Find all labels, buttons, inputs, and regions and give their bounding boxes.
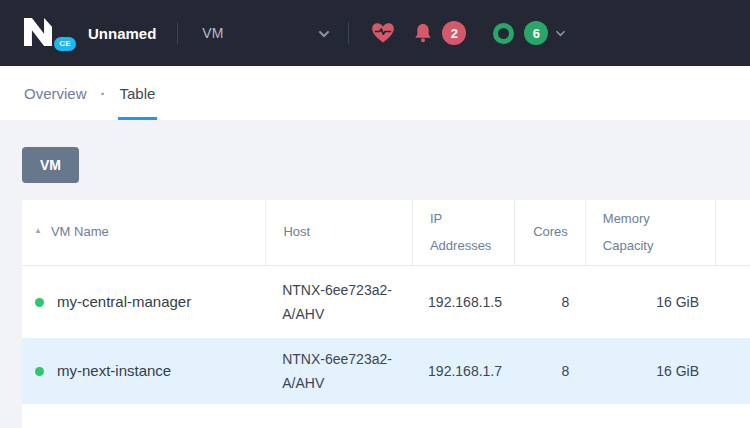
- tab-separator-dot: ·: [101, 66, 106, 120]
- vm-table-row[interactable]: my-central-manager NTNX-6ee723a2-A/AHV 1…: [22, 266, 750, 338]
- cluster-name: Unnamed: [88, 25, 156, 42]
- column-header-cores[interactable]: Cores: [515, 200, 586, 265]
- cores-cell: 8: [516, 359, 586, 384]
- cores-cell: 8: [516, 290, 586, 315]
- chevron-down-icon[interactable]: [555, 30, 566, 37]
- alerts-bell-icon[interactable]: [414, 23, 432, 43]
- sort-ascending-icon: ▲: [34, 223, 42, 239]
- health-heart-icon[interactable]: [371, 22, 395, 44]
- vm-name-text: my-central-manager: [57, 289, 191, 315]
- page-selector-label: VM: [202, 25, 223, 41]
- tasks-count-badge[interactable]: 6: [524, 21, 548, 45]
- column-label: IP Addresses: [430, 206, 497, 259]
- tab-table[interactable]: Table: [118, 66, 158, 120]
- power-on-status-dot: [35, 367, 44, 376]
- ip-address-cell: 192.168.1.5: [411, 290, 516, 315]
- vm-table: ▲ VM Name Host IP Addresses Cores Memory…: [22, 200, 750, 428]
- column-header-vm-name[interactable]: ▲ VM Name: [22, 200, 266, 265]
- column-label: Host: [283, 219, 310, 246]
- column-header-host[interactable]: Host: [266, 200, 413, 265]
- page-selector-dropdown[interactable]: VM: [202, 24, 330, 42]
- column-label: Cores: [533, 219, 568, 246]
- entity-type-vm-button[interactable]: VM: [22, 147, 79, 183]
- column-header-extra: [716, 200, 750, 265]
- vm-name-cell: my-next-instance: [22, 358, 265, 384]
- ip-address-cell: 192.168.1.7: [411, 359, 516, 384]
- nutanix-logo[interactable]: CE: [22, 18, 62, 48]
- view-tabs: Overview · Table: [0, 66, 750, 120]
- column-header-ip-addresses[interactable]: IP Addresses: [413, 200, 515, 265]
- column-label: VM Name: [51, 219, 109, 246]
- main-content: VM ▲ VM Name Host IP Addresses Cores Mem…: [0, 120, 750, 428]
- chevron-down-icon: [318, 24, 330, 42]
- ce-edition-badge: CE: [52, 35, 78, 53]
- table-header-row: ▲ VM Name Host IP Addresses Cores Memory…: [22, 200, 750, 266]
- tab-overview[interactable]: Overview: [22, 66, 89, 120]
- memory-capacity-cell: 16 GiB: [586, 359, 716, 384]
- column-header-memory-capacity[interactable]: Memory Capacity: [586, 200, 716, 265]
- column-label: Memory Capacity: [603, 206, 698, 259]
- header-divider: [177, 22, 178, 44]
- power-on-status-dot: [35, 298, 44, 307]
- alerts-count-badge[interactable]: 2: [442, 21, 466, 45]
- host-cell: NTNX-6ee723a2-A/AHV: [265, 347, 411, 396]
- vm-name-text: my-next-instance: [57, 358, 171, 384]
- vm-table-row[interactable]: my-next-instance NTNX-6ee723a2-A/AHV 192…: [22, 338, 750, 404]
- memory-capacity-cell: 16 GiB: [586, 290, 716, 315]
- vm-name-cell: my-central-manager: [22, 289, 265, 315]
- top-nav-bar: CE Unnamed VM 2 6: [0, 0, 750, 66]
- tasks-ring-icon[interactable]: [493, 23, 514, 44]
- host-cell: NTNX-6ee723a2-A/AHV: [265, 278, 411, 327]
- header-divider: [348, 22, 349, 44]
- table-body: my-central-manager NTNX-6ee723a2-A/AHV 1…: [22, 266, 750, 404]
